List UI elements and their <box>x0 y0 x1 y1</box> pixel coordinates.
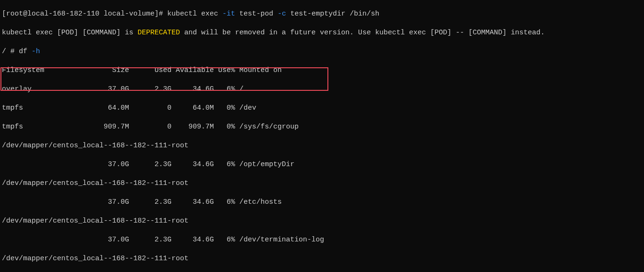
df-row: tmpfs 909.7M 0 909.7M 0% /sys/fs/cgroup <box>2 122 642 132</box>
terminal[interactable]: [root@local-168-182-110 local-volume]# k… <box>0 0 644 272</box>
cmd-text-1: kubectl exec <box>167 10 222 18</box>
df-row: 37.0G 2.3G 34.6G 6% /dev/termination-log <box>2 235 642 245</box>
cmd-text-2: test-pod <box>235 10 277 18</box>
cmd-flag-it: -it <box>222 10 235 18</box>
df-cmd: df <box>19 48 32 56</box>
cmd-flag-c: -c <box>277 10 286 18</box>
dep-post: and will be removed in a future version.… <box>180 29 545 37</box>
shell-prompt: [root@local-168-182-110 local-volume]# <box>2 10 167 18</box>
df-cmd-line: / # df -h <box>2 47 642 56</box>
df-row: 37.0G 2.3G 34.6G 6% /opt/emptyDir <box>2 160 642 169</box>
df-row: 37.0G 2.3G 34.6G 6% /etc/hosts <box>2 198 642 207</box>
df-row: /dev/mapper/centos_local--168--182--111-… <box>2 141 642 151</box>
df-row: /dev/mapper/centos_local--168--182--111-… <box>2 179 642 188</box>
df-row: overlay 37.0G 2.3G 34.6G 6% / <box>2 85 642 94</box>
df-header: Filesystem Size Used Available Use% Moun… <box>2 66 642 75</box>
df-row: /dev/mapper/centos_local--168--182--111-… <box>2 216 642 226</box>
cmd-line: [root@local-168-182-110 local-volume]# k… <box>2 9 642 19</box>
inner-prompt: / # <box>2 48 19 56</box>
df-row: tmpfs 64.0M 0 64.0M 0% /dev <box>2 104 642 113</box>
df-row: /dev/mapper/centos_local--168--182--111-… <box>2 254 642 264</box>
dep-pre: kubectl exec [POD] [COMMAND] is <box>2 29 138 37</box>
dep-word: DEPRECATED <box>138 29 180 37</box>
cmd-text-3: test-emptydir /bin/sh <box>286 10 379 18</box>
deprecation-line: kubectl exec [POD] [COMMAND] is DEPRECAT… <box>2 28 642 38</box>
df-flag-h: -h <box>32 48 40 56</box>
